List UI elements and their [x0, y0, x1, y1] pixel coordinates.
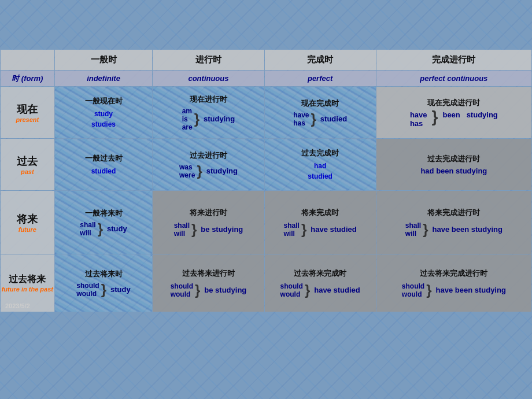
cell-present-indefinite: 一般现在时 study studies — [54, 87, 153, 139]
col-header-form: 时 (form) — [1, 71, 55, 87]
cell-future-past-continuous: 过去将来进行时 should would } be studying — [153, 254, 264, 312]
cell-past-continuous: 过去进行时 was were } studying — [153, 139, 264, 191]
col-header-perfect-en: perfect — [264, 71, 376, 87]
row-present: 现在 present 一般现在时 study studies 现在进行时 am … — [1, 87, 532, 139]
col-header-continuous-en: continuous — [153, 71, 264, 87]
tense-table: 一般时 进行时 完成时 完成进行时 时 (form) indefinite — [0, 49, 532, 312]
cell-present-perfect-continuous: 现在完成进行时 have has } been studying — [376, 87, 531, 139]
col-header-perf-cont-en: perfect continuous — [376, 71, 531, 87]
row-header-future-past: 过去将来 future in the past 2023/5/2 — [1, 254, 55, 312]
row-future: 将来 future 一般将来时 shall will } study — [1, 191, 532, 254]
row-past: 过去 past 一般过去时 studied 过去进行时 was were — [1, 139, 532, 191]
col-header-continuous-zh: 进行时 — [153, 50, 264, 71]
col-header-perfect-zh: 完成时 — [264, 50, 376, 71]
cell-present-continuous: 现在进行时 am is are } studying — [153, 87, 264, 139]
row-future-past: 过去将来 future in the past 2023/5/2 过去将来时 s… — [1, 254, 532, 312]
header-row-1: 一般时 进行时 完成时 完成进行时 — [1, 50, 532, 71]
cell-future-past-perfect-continuous: 过去将来完成进行时 should would } have been study… — [376, 254, 531, 312]
cell-future-perfect-continuous: 将来完成进行时 shall will } have been studying — [376, 191, 531, 254]
cell-future-past-indefinite: 过去将来时 should would } study — [54, 254, 153, 312]
col-header-indefinite-zh: 一般时 — [54, 50, 153, 71]
cell-future-continuous: 将来进行时 shall will } be studying — [153, 191, 264, 254]
row-header-present: 现在 present — [1, 87, 55, 139]
cell-past-perfect: 过去完成时 had studied — [264, 139, 376, 191]
cell-future-indefinite: 一般将来时 shall will } study — [54, 191, 153, 254]
header-row-2: 时 (form) indefinite continuous perfect p… — [1, 71, 532, 87]
row-header-future: 将来 future — [1, 191, 55, 254]
cell-present-perfect: 现在完成时 have has } studied — [264, 87, 376, 139]
col-header-perf-cont-zh: 完成进行时 — [376, 50, 531, 71]
cell-future-past-perfect: 过去将来完成时 should would } have studied — [264, 254, 376, 312]
cell-future-perfect: 将来完成时 shall will } have studied — [264, 191, 376, 254]
cell-past-indefinite: 一般过去时 studied — [54, 139, 153, 191]
cell-past-perfect-continuous: 过去完成进行时 had been studying — [376, 139, 531, 191]
col-header-empty — [1, 50, 55, 71]
row-header-past: 过去 past — [1, 139, 55, 191]
col-header-indefinite-en: indefinite — [54, 71, 153, 87]
